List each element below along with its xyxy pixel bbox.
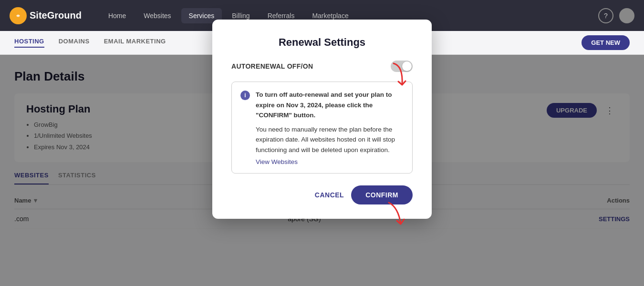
modal-buttons: CANCEL CONFIRM	[231, 185, 413, 204]
nav-websites[interactable]: Websites	[136, 8, 178, 23]
autorenewal-toggle-row: AUTORENEWAL OFF/ON	[231, 61, 413, 72]
autorenewal-toggle[interactable]	[391, 61, 413, 72]
cancel-button[interactable]: CANCEL	[315, 191, 344, 199]
renewal-settings-modal: Renewal Settings AUTORENEWAL OFF/ON i To…	[212, 20, 432, 219]
help-button[interactable]: ?	[598, 8, 613, 23]
user-avatar[interactable]	[619, 8, 634, 23]
subnav-domains[interactable]: DOMAINS	[59, 38, 90, 48]
info-box: i To turn off auto-renewal and set your …	[231, 82, 413, 174]
nav-home[interactable]: Home	[101, 8, 134, 23]
info-text-bold: To turn off auto-renewal and set your pl…	[256, 90, 404, 121]
info-content: To turn off auto-renewal and set your pl…	[256, 90, 404, 165]
toggle-knob	[402, 61, 412, 71]
brand-logo[interactable]: SiteGround	[10, 7, 82, 24]
toggle-label: AUTORENEWAL OFF/ON	[231, 62, 313, 70]
nav-right-controls: ?	[598, 8, 634, 23]
subnav-hosting[interactable]: HOSTING	[14, 38, 44, 48]
view-websites-link[interactable]: View Websites	[256, 158, 404, 165]
info-text-normal: You need to manually renew the plan befo…	[256, 124, 404, 155]
info-icon: i	[240, 91, 250, 100]
subnav-email-marketing[interactable]: EMAIL MARKETING	[104, 38, 166, 48]
logo-icon	[10, 7, 27, 24]
logo-text: SiteGround	[30, 10, 82, 21]
get-new-button[interactable]: GET NEW	[582, 35, 630, 50]
modal-title: Renewal Settings	[231, 36, 413, 49]
confirm-button[interactable]: CONFIRM	[351, 185, 413, 204]
